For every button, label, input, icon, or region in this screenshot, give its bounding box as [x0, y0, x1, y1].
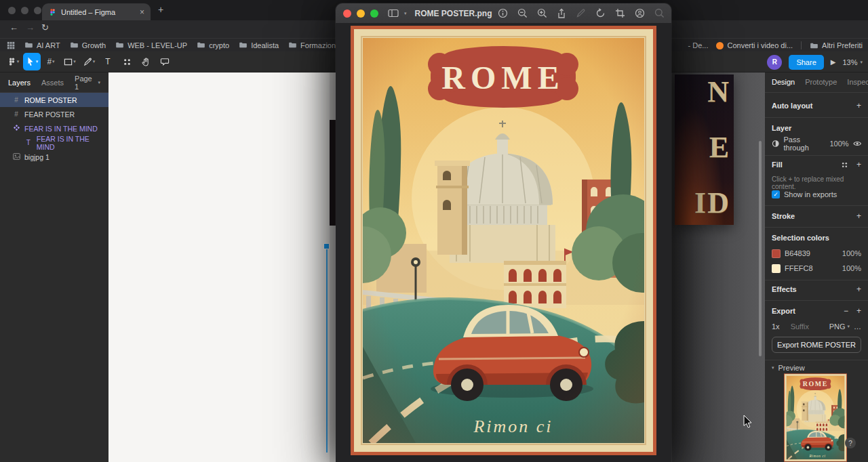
- annotate-profile-icon[interactable]: [635, 8, 645, 18]
- preview-window-titlebar[interactable]: ▾ ROME POSTER.png: [336, 3, 671, 23]
- fear-poster-partial[interactable]: N E ID: [675, 75, 734, 225]
- forward-button[interactable]: →: [26, 22, 35, 33]
- share-button[interactable]: Share: [789, 55, 823, 70]
- bookmark-item[interactable]: WEB - LEVEL-UP: [115, 41, 187, 49]
- tab-prototype[interactable]: Prototype: [805, 78, 837, 86]
- folder-icon: [810, 42, 818, 49]
- search-icon[interactable]: [654, 8, 665, 18]
- share-icon[interactable]: [557, 8, 566, 19]
- zoom-out-icon[interactable]: [517, 8, 528, 18]
- export-scale-select[interactable]: 1x: [772, 322, 780, 331]
- reload-button[interactable]: ↻: [41, 22, 49, 33]
- shape-tool-button[interactable]: ▾: [61, 53, 79, 70]
- add-effect-button[interactable]: +: [856, 285, 861, 294]
- bookmark-item[interactable]: AI ART: [24, 41, 60, 49]
- preview-window[interactable]: ▾ ROME POSTER.png: [336, 3, 671, 462]
- layer-row-image[interactable]: bigjpg 1: [0, 150, 108, 164]
- color-swatch[interactable]: [772, 249, 781, 258]
- fill-hint: Click + to replace mixed content.: [765, 175, 868, 190]
- hand-tool-button[interactable]: [137, 53, 155, 70]
- bookmark-item[interactable]: Growth: [70, 41, 106, 49]
- figma-favicon-icon: [48, 8, 56, 16]
- text-layer-icon: T: [24, 139, 33, 146]
- folder-icon: [24, 41, 33, 49]
- tab-title: Untitled – Figma: [61, 8, 135, 16]
- color-swatch[interactable]: [772, 264, 781, 273]
- figma-logo-icon: [7, 57, 16, 67]
- bookmark-item-other-favorites[interactable]: Altri Preferiti: [810, 41, 863, 49]
- window-controls[interactable]: [343, 9, 378, 18]
- markup-pencil-icon[interactable]: [576, 8, 586, 18]
- bookmark-item[interactable]: Formazione: [288, 41, 340, 49]
- layer-row-fear-poster[interactable]: # FEAR POSTER: [0, 107, 108, 121]
- layer-opacity-input[interactable]: 100%: [829, 140, 848, 148]
- add-export-button[interactable]: +: [856, 306, 861, 316]
- add-fill-button[interactable]: +: [856, 160, 861, 169]
- frame-tool-button[interactable]: # ▾: [42, 53, 60, 70]
- user-avatar[interactable]: R: [767, 55, 782, 70]
- export-suffix-input[interactable]: Suffix: [791, 322, 809, 331]
- zoom-control[interactable]: 13% ▾: [842, 58, 863, 66]
- stroke-section-label: Stroke: [772, 212, 795, 220]
- tab-close-icon[interactable]: ×: [140, 7, 144, 17]
- add-stroke-button[interactable]: +: [856, 211, 861, 221]
- preview-collapse-icon[interactable]: ▾: [772, 365, 774, 371]
- export-rome-poster-button[interactable]: Export ROME POSTER: [772, 337, 861, 353]
- add-auto-layout-button[interactable]: +: [856, 101, 861, 110]
- tab-design[interactable]: Design: [772, 78, 795, 86]
- image-layer-icon: [12, 153, 20, 161]
- bookmark-item[interactable]: Idealista: [239, 41, 279, 49]
- preview-section-label: Preview: [778, 364, 805, 372]
- bookmarks-separator: [801, 41, 802, 49]
- new-tab-button[interactable]: +: [158, 4, 163, 15]
- styles-icon[interactable]: [841, 161, 848, 169]
- layer-row-text[interactable]: T FEAR IS IN THE MIND: [0, 135, 108, 150]
- tab-assets[interactable]: Assets: [41, 79, 64, 87]
- canvas-page[interactable]: [108, 72, 330, 462]
- tab-layers[interactable]: Layers: [8, 79, 31, 87]
- rome-poster-image[interactable]: [351, 26, 656, 455]
- bookmark-item[interactable]: Converti i video di...: [716, 41, 793, 49]
- rotate-icon[interactable]: [595, 8, 606, 18]
- selection-edge: [326, 249, 328, 453]
- export-options-button[interactable]: …: [854, 322, 861, 331]
- export-format-select[interactable]: PNG ▾: [829, 322, 850, 331]
- blend-mode-select[interactable]: Pass through: [783, 135, 825, 152]
- move-tool-button[interactable]: ▾: [23, 53, 41, 70]
- macos-window-controls[interactable]: [8, 7, 41, 14]
- canvas-scrollbar[interactable]: [759, 141, 762, 356]
- layer-row-rome-poster[interactable]: # ROME POSTER: [0, 93, 108, 107]
- bookmark-item[interactable]: crypto: [197, 41, 229, 49]
- text-tool-button[interactable]: T: [99, 53, 117, 70]
- main-menu-button[interactable]: ▾: [4, 53, 22, 70]
- tab-inspect[interactable]: Inspect: [847, 78, 868, 86]
- blend-mode-icon[interactable]: [772, 140, 779, 148]
- selection-color-row[interactable]: FFEFC8 100%: [765, 262, 868, 274]
- resources-tool-button[interactable]: [118, 53, 136, 70]
- bookmark-item[interactable]: - De...: [688, 41, 709, 49]
- sidebar-toggle-icon[interactable]: [388, 9, 399, 18]
- chevron-down-icon[interactable]: ▾: [404, 11, 407, 16]
- back-button[interactable]: ←: [9, 22, 18, 33]
- export-section-label: Export: [772, 307, 795, 315]
- component-icon: [12, 124, 20, 133]
- remove-export-button[interactable]: −: [844, 306, 848, 316]
- comment-tool-button[interactable]: [156, 53, 174, 70]
- close-window-icon: [343, 9, 351, 18]
- pen-tool-button[interactable]: ▾: [80, 53, 98, 70]
- screen: ROME Rimon ci Untitled – Figma × +: [0, 0, 868, 462]
- zoom-in-icon[interactable]: [537, 8, 547, 18]
- present-icon[interactable]: ▶: [831, 58, 836, 66]
- selection-handle[interactable]: [323, 243, 330, 249]
- info-icon[interactable]: [498, 8, 508, 18]
- eye-icon[interactable]: [853, 140, 861, 147]
- page-switcher[interactable]: Page 1 ▾: [75, 75, 100, 91]
- crop-icon[interactable]: [615, 8, 625, 18]
- help-button[interactable]: ?: [845, 438, 856, 448]
- browser-tab[interactable]: Untitled – Figma ×: [42, 3, 151, 20]
- selection-color-row[interactable]: B64839 100%: [765, 247, 868, 259]
- apps-grid-icon[interactable]: [7, 41, 15, 49]
- layer-row-component[interactable]: FEAR IS IN THE MIND: [0, 121, 108, 135]
- show-in-exports-checkbox[interactable]: ✓: [772, 190, 780, 198]
- selection-colors-label: Selection colors: [772, 234, 829, 242]
